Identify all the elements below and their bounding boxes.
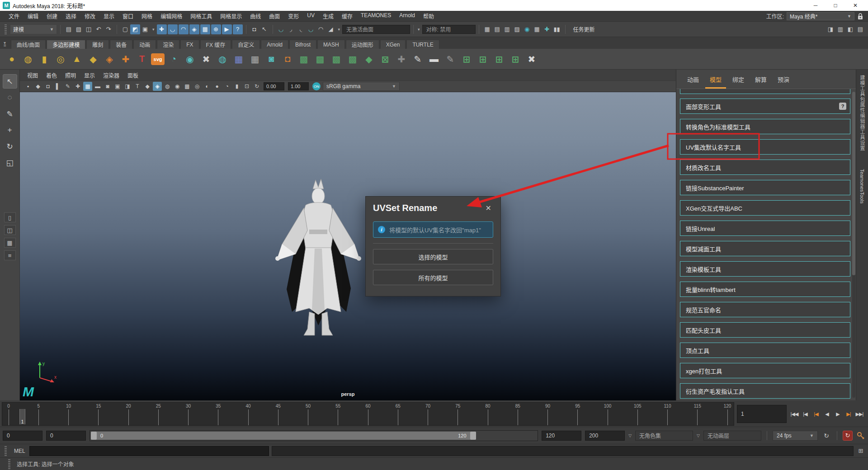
menu-item[interactable]: 缓存 <box>338 12 357 20</box>
shelf-icon[interactable]: ◈ <box>102 52 117 66</box>
shelf-icon[interactable]: ▬ <box>427 52 441 66</box>
set-key-icon[interactable] <box>856 431 865 440</box>
menu-item[interactable]: 编辑 <box>24 12 42 20</box>
viewport-toolbar-icon[interactable]: ◘ <box>43 82 52 91</box>
shelf-icon[interactable]: ✎ <box>443 52 458 66</box>
status-icon[interactable]: ◡ <box>276 24 286 34</box>
dock-tab[interactable]: 建模工具包 <box>859 75 866 102</box>
auto-keyframe-icon[interactable]: ↻ <box>843 431 853 441</box>
shelf-icon[interactable]: ▩ <box>345 52 360 66</box>
viewport-toolbar-icon[interactable]: ◔ <box>222 82 231 91</box>
shelf-tab[interactable]: 雕刻 <box>86 40 109 49</box>
viewport-toolbar-icon[interactable]: ◨ <box>123 82 132 91</box>
menu-item[interactable]: 编辑网格 <box>156 12 186 20</box>
grip-handle[interactable] <box>5 24 7 34</box>
menu-item[interactable]: 网格显示 <box>216 12 246 20</box>
shelf-icon[interactable]: ✚ <box>394 52 409 66</box>
status-icon[interactable]: ◠ <box>179 24 189 34</box>
tool-button[interactable]: 衍生资产毛发指认工具 <box>680 383 850 399</box>
status-icon[interactable]: ✚ <box>542 24 552 34</box>
viewport-toolbar-icon[interactable]: ◉ <box>173 82 182 91</box>
panel-tab[interactable]: 预演 <box>773 74 794 89</box>
tool-button[interactable]: 链接Unreal <box>680 221 850 236</box>
shelf-tab[interactable]: 曲线/曲面 <box>11 40 46 49</box>
panel-menu-item[interactable]: 着色 <box>42 71 61 79</box>
shelf-tab[interactable]: TURTLE <box>406 40 439 49</box>
chevron-down-icon[interactable]: ▾ <box>417 27 421 32</box>
scrollbar[interactable] <box>852 92 855 398</box>
shelf-icon[interactable]: ▩ <box>313 52 327 66</box>
menu-item[interactable]: 曲线 <box>246 12 265 20</box>
chevron-down-icon[interactable]: ▾ <box>151 27 156 32</box>
viewport-toolbar-icon[interactable]: ▬ <box>93 82 102 91</box>
shelf-tab[interactable]: FX <box>180 40 199 49</box>
chevron-down-icon[interactable]: ▾ <box>337 27 341 32</box>
viewport-toolbar-icon[interactable]: ✎ <box>63 82 72 91</box>
status-icon[interactable]: ✚ <box>157 24 167 34</box>
menu-item[interactable]: 网格工具 <box>186 12 216 20</box>
status-icon[interactable]: ◧ <box>845 24 855 34</box>
shelf-icon[interactable]: ◎ <box>53 52 68 66</box>
anim-layer-select[interactable]: 无动画层 <box>703 431 761 441</box>
status-icon[interactable]: ▤ <box>64 24 74 34</box>
tool-button[interactable]: 面部变形工具 ? <box>680 99 850 114</box>
exposure-field[interactable]: 0.00 <box>264 82 284 90</box>
dock-tab[interactable]: 工具设置 <box>859 129 866 151</box>
shelf-tab[interactable]: Arnold <box>261 40 288 49</box>
status-icon[interactable]: ◉ <box>522 24 532 34</box>
shelf-icon[interactable]: ◔ <box>166 52 181 66</box>
shelf-icon[interactable]: ◆ <box>86 52 100 66</box>
shelf-icon[interactable]: ◍ <box>21 52 35 66</box>
shelf-icon[interactable]: ✎ <box>410 52 425 66</box>
shelf-icon[interactable]: ◙ <box>264 52 278 66</box>
playback-end-field[interactable]: 120 <box>542 431 581 441</box>
tool-button[interactable]: 模型减面工具 <box>680 241 850 256</box>
current-frame-marker[interactable]: 1 <box>19 409 25 424</box>
shelf-icon[interactable]: ⊞ <box>476 52 490 66</box>
menu-set-select[interactable]: 建模 ▼ <box>10 24 57 34</box>
playback-button[interactable]: ◀ <box>822 409 832 419</box>
shelf-tab[interactable]: FX 缓存 <box>200 40 231 49</box>
time-slider[interactable]: 0 5 10 15 20 25 30 35 40 45 50 55 60 65 <box>2 402 734 426</box>
shelf-icon[interactable]: ◍ <box>215 52 230 66</box>
status-icon[interactable]: ▦ <box>482 24 492 34</box>
viewport-toolbar-icon[interactable]: ▦ <box>83 82 92 91</box>
chevron-down-icon[interactable]: ▽ <box>628 433 632 438</box>
menu-item[interactable]: 生成 <box>319 12 338 20</box>
gamma-field[interactable]: 1.00 <box>288 82 309 90</box>
viewport-toolbar-icon[interactable]: ↻ <box>252 82 261 91</box>
panel-menu-item[interactable]: 照明 <box>61 71 80 79</box>
toolbox-tool[interactable]: ↻ <box>3 139 17 154</box>
status-icon[interactable]: ⊕ <box>211 24 221 34</box>
shelf-icon[interactable]: svg <box>151 53 165 65</box>
status-icon[interactable]: ▨ <box>512 24 522 34</box>
tool-button-partial[interactable] <box>680 89 850 94</box>
toolbox-tool[interactable]: ↖ <box>3 74 17 89</box>
task-update-button[interactable]: 任务更新 <box>569 25 599 33</box>
viewport-toolbar-icon[interactable]: ● <box>212 82 222 91</box>
viewport-toolbar-icon[interactable]: ◙ <box>103 82 112 91</box>
viewport-toolbar-icon[interactable]: ▣ <box>113 82 122 91</box>
panel-menu-item[interactable]: 渲染器 <box>99 71 123 79</box>
close-button[interactable]: ✕ <box>845 0 865 10</box>
layout-preset-icon[interactable]: ▯ <box>4 212 16 222</box>
range-start-handle[interactable] <box>91 432 97 440</box>
shelf-icon[interactable]: ▦ <box>231 52 246 66</box>
menu-item[interactable]: UV <box>303 12 319 19</box>
tool-button[interactable]: 渲染模板工具 <box>680 261 850 277</box>
status-icon[interactable]: ▤ <box>492 24 502 34</box>
viewport-toolbar-icon[interactable]: ◐ <box>203 82 212 91</box>
status-icon[interactable]: ▥ <box>502 24 512 34</box>
toolbox-tool[interactable]: ✎ <box>3 107 17 121</box>
menu-item[interactable]: 曲面 <box>265 12 284 20</box>
animation-start-field[interactable]: 0 <box>3 431 42 441</box>
animation-end-field[interactable]: 200 <box>585 431 625 441</box>
menu-item[interactable]: 帮助 <box>419 12 438 20</box>
layout-preset-icon[interactable]: ▦ <box>4 238 16 248</box>
shelf-icon[interactable]: ● <box>5 52 19 66</box>
viewport-canvas[interactable]: y x M persp <box>20 92 676 400</box>
playback-button[interactable]: |◀ <box>800 409 810 419</box>
panel-tab[interactable]: 模型 <box>705 74 726 89</box>
shelf-icon[interactable]: ⊞ <box>508 52 523 66</box>
script-editor-icon[interactable]: ⊞ <box>856 446 865 456</box>
